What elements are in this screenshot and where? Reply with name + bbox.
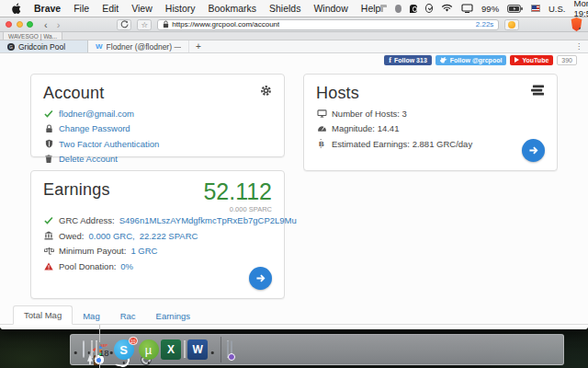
- running-indicator: [147, 362, 150, 364]
- youtube-button[interactable]: YouTube: [510, 55, 553, 65]
- twitter-bird-icon: [440, 57, 447, 63]
- input-source-flag-icon[interactable]: [531, 5, 540, 12]
- earnings-total-secondary: 0.000 SPARC: [203, 205, 272, 213]
- window-controls: [6, 21, 33, 28]
- grc-address-link[interactable]: S496n1MLszAYMdgfkmcTpRxEb7gCP2L9Mu: [119, 215, 297, 225]
- apple-menu-icon[interactable]: [11, 3, 21, 15]
- owed-row: Owed: 0.000 GRC, 22.222 SPARC: [43, 231, 272, 241]
- battery-icon[interactable]: [507, 5, 523, 13]
- hosts-list-button[interactable]: [531, 84, 545, 100]
- two-factor-link[interactable]: Two Factor Authentication: [59, 139, 159, 149]
- menubar-clock[interactable]: Mon 19:59: [573, 0, 588, 18]
- server-stack-icon: [531, 85, 545, 97]
- viber-status-icon[interactable]: [410, 5, 417, 13]
- tab-mag[interactable]: Mag: [73, 307, 109, 325]
- url-bar[interactable]: https://www.grcpool.com/account 2.22s: [157, 19, 499, 30]
- dock-reminders[interactable]: [96, 341, 97, 358]
- safari-icon: [83, 340, 85, 358]
- tab-earnings[interactable]: Earnings: [146, 307, 201, 325]
- brave-payments-button[interactable]: [504, 19, 519, 30]
- status-misc-icon[interactable]: [380, 5, 386, 12]
- back-button[interactable]: ‹: [42, 20, 50, 29]
- secure-lock-icon: [163, 20, 169, 29]
- menubar-item-help[interactable]: Help: [361, 3, 381, 14]
- account-settings-button[interactable]: [260, 84, 272, 100]
- running-indicator: [110, 351, 113, 354]
- account-email-link[interactable]: flodner@gmail.com: [59, 109, 134, 119]
- grc-address-row: GRC Address: S496n1MLszAYMdgfkmcTpRxEb7g…: [43, 215, 272, 225]
- steemit-favicon: W: [96, 42, 103, 51]
- airplay-display-icon[interactable]: [461, 4, 473, 13]
- delete-account-link[interactable]: Delete Account: [59, 154, 118, 164]
- running-indicator: [74, 351, 77, 354]
- twitter-follow-button[interactable]: Follow @grcpool: [435, 55, 507, 65]
- menubar-item-bookmarks[interactable]: Bookmarks: [208, 3, 256, 14]
- dock-charts-app[interactable]: [184, 341, 186, 358]
- status-app-circle-icon[interactable]: [395, 5, 401, 13]
- dock-minimized-window[interactable]: [231, 341, 232, 358]
- change-password-link[interactable]: Change Password: [59, 123, 130, 133]
- pool-donation-row: Pool Donation: 0%: [43, 261, 272, 271]
- zoom-window-button[interactable]: [27, 21, 33, 28]
- browser-toolbar: ‹ › ☆ https://www.grcpool.com/account 2.…: [0, 17, 588, 32]
- tab-total-mag[interactable]: Total Mag: [13, 305, 73, 325]
- tab-gridcoin-pool[interactable]: G Gridcoin Pool: [0, 40, 88, 52]
- earnings-detail-button[interactable]: [249, 267, 272, 290]
- facebook-follow-button[interactable]: f Follow 313: [384, 55, 431, 65]
- brave-shields-lion-icon[interactable]: [571, 17, 582, 31]
- earnings-card-header: Earnings 52.112 0.000 SPARC: [43, 180, 272, 213]
- pool-donation-link[interactable]: 0%: [120, 261, 133, 271]
- menubar-item-brave[interactable]: Brave: [34, 3, 61, 14]
- tabbar-overflow-menu[interactable]: ⋮: [570, 40, 588, 52]
- input-source-label[interactable]: U.S.: [548, 4, 565, 14]
- tab-bar: G Gridcoin Pool W Flodner (@flodner) — S…: [0, 40, 588, 53]
- owed-grc-link[interactable]: 0.000 GRC,: [88, 231, 134, 241]
- skype-notification-badge: 10: [129, 337, 138, 345]
- menubar-item-shields[interactable]: Shields: [269, 3, 300, 14]
- menubar-item-edit[interactable]: Edit: [102, 3, 119, 14]
- dock-divider: [220, 337, 221, 362]
- minimize-window-button[interactable]: [17, 21, 23, 28]
- grc-coin-icon: B: [316, 139, 327, 148]
- menubar-item-file[interactable]: File: [74, 3, 89, 14]
- stats-tabs: Total Mag Mag Rac Earnings: [0, 305, 588, 325]
- background-tab-wavesgo[interactable]: WAVESGO | Wa...: [3, 31, 62, 40]
- bookmark-star-button[interactable]: ☆: [137, 19, 152, 30]
- forward-button[interactable]: ›: [55, 20, 62, 29]
- dock-utorrent[interactable]: µ: [139, 339, 159, 360]
- reload-button[interactable]: [117, 19, 131, 30]
- menubar-item-view[interactable]: View: [131, 3, 153, 14]
- minimum-payout-link[interactable]: 1 GRC: [130, 246, 157, 256]
- close-window-button[interactable]: [6, 21, 12, 28]
- url-text[interactable]: https://www.grcpool.com/account: [172, 20, 279, 29]
- dock-calendar[interactable]: SEP 18: [99, 326, 109, 368]
- new-tab-button[interactable]: +: [189, 40, 208, 52]
- dock-skype[interactable]: S 10: [114, 339, 134, 360]
- wifi-glyph-icon: [441, 4, 453, 13]
- dock-notes[interactable]: [91, 341, 93, 358]
- dock-word[interactable]: W: [187, 339, 208, 360]
- dock-safari[interactable]: [83, 341, 85, 358]
- magnitude-row: Magnitude: 14.41: [316, 123, 545, 133]
- battery-percentage: 99%: [481, 4, 499, 14]
- svg-text:B: B: [319, 140, 324, 148]
- hosts-detail-button[interactable]: [522, 139, 545, 162]
- estimated-earnings-text: Estimated Earnings: 2.881 GRC/day: [332, 139, 472, 149]
- check-circle-status-icon[interactable]: [425, 4, 433, 13]
- gear-icon: [260, 85, 272, 97]
- menubar-item-history[interactable]: History: [165, 3, 196, 14]
- wifi-icon[interactable]: [441, 4, 453, 13]
- battery-glyph-icon: [507, 5, 523, 13]
- dock-excel[interactable]: X: [161, 339, 181, 360]
- menubar-item-window[interactable]: Window: [313, 3, 347, 14]
- tab-flodner-steemit[interactable]: W Flodner (@flodner) — Ste: [88, 40, 189, 52]
- gridcoin-favicon: G: [7, 43, 15, 51]
- page-content: f Follow 313 Follow @grcpool YouTube 390…: [0, 53, 588, 329]
- owed-sparc-link[interactable]: 22.222 SPARC: [140, 231, 198, 241]
- tab-rac[interactable]: Rac: [110, 307, 146, 325]
- account-card: Account flodner@gmail.com Change Passwor…: [30, 74, 285, 157]
- page-load-time: 2.22s: [476, 20, 494, 29]
- account-title: Account: [43, 84, 104, 103]
- account-card-header: Account: [43, 84, 272, 103]
- tab-title: Flodner (@flodner) — Ste: [107, 42, 181, 52]
